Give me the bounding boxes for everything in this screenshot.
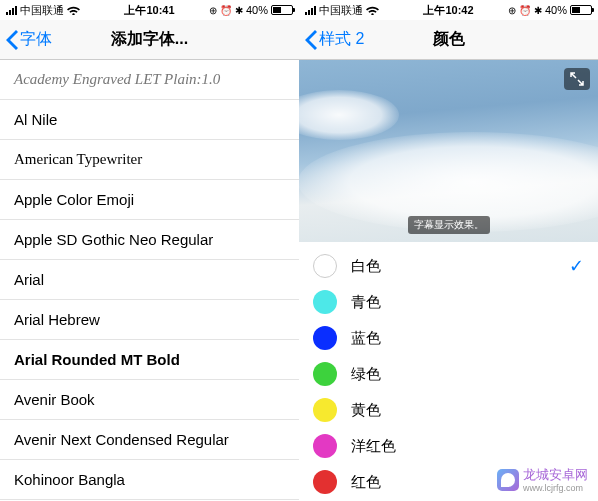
swatch-icon (313, 326, 337, 350)
color-label: 黄色 (351, 401, 381, 420)
color-item-yellow[interactable]: 黄色 (299, 392, 598, 428)
signal-icon (305, 6, 316, 15)
color-list[interactable]: 白色 ✓ 青色 蓝色 绿色 黄色 洋红色 红色 (299, 242, 598, 501)
font-item[interactable]: American Typewriter (0, 140, 299, 180)
subtitle-sample: 字幕显示效果。 (408, 216, 490, 234)
swatch-icon (313, 398, 337, 422)
font-item[interactable]: Arial Rounded MT Bold (0, 340, 299, 380)
swatch-icon (313, 254, 337, 278)
font-picker-screen: 中国联通 上午10:41 ⊕ ⏰ ✱ 40% 字体 添加字体... Academ… (0, 0, 299, 501)
font-item[interactable]: Al Nile (0, 100, 299, 140)
battery-icon (570, 5, 592, 15)
watermark-url: www.lcjrfg.com (523, 484, 588, 493)
font-item[interactable]: Academy Engraved LET Plain:1.0 (0, 60, 299, 100)
color-item-cyan[interactable]: 青色 (299, 284, 598, 320)
color-label: 绿色 (351, 365, 381, 384)
wifi-icon (366, 5, 379, 15)
status-indicators: ⊕ ⏰ ✱ (508, 5, 542, 16)
color-item-green[interactable]: 绿色 (299, 356, 598, 392)
color-item-white[interactable]: 白色 ✓ (299, 248, 598, 284)
expand-button[interactable] (564, 68, 590, 90)
watermark-text: 龙城安卓网 (523, 467, 588, 482)
nav-title: 颜色 (433, 29, 465, 50)
font-item[interactable]: Avenir Next Condensed Regular (0, 420, 299, 460)
carrier-label: 中国联通 (20, 3, 64, 18)
chevron-left-icon (305, 30, 317, 50)
font-item[interactable]: Apple Color Emoji (0, 180, 299, 220)
color-item-blue[interactable]: 蓝色 (299, 320, 598, 356)
color-label: 红色 (351, 473, 381, 492)
color-label: 蓝色 (351, 329, 381, 348)
carrier-label: 中国联通 (319, 3, 363, 18)
font-item[interactable]: Avenir Book (0, 380, 299, 420)
checkmark-icon: ✓ (569, 255, 584, 277)
watermark: 龙城安卓网 www.lcjrfg.com (493, 464, 592, 495)
back-button[interactable]: 样式 2 (305, 29, 364, 50)
back-button[interactable]: 字体 (6, 29, 52, 50)
color-label: 白色 (351, 257, 381, 276)
font-item[interactable]: Kohinoor Bangla (0, 460, 299, 500)
font-item[interactable]: Arial Hebrew (0, 300, 299, 340)
color-label: 青色 (351, 293, 381, 312)
battery-percent: 40% (545, 4, 567, 16)
nav-bar: 样式 2 颜色 (299, 20, 598, 60)
battery-icon (271, 5, 293, 15)
swatch-icon (313, 362, 337, 386)
battery-percent: 40% (246, 4, 268, 16)
nav-bar: 字体 添加字体... (0, 20, 299, 60)
nav-title: 添加字体... (111, 29, 188, 50)
status-bar: 中国联通 上午10:42 ⊕ ⏰ ✱ 40% (299, 0, 598, 20)
status-time: 上午10:42 (423, 3, 473, 18)
color-picker-screen: 中国联通 上午10:42 ⊕ ⏰ ✱ 40% 样式 2 颜色 字幕显示效果。 白… (299, 0, 598, 501)
font-item[interactable]: Apple SD Gothic Neo Regular (0, 220, 299, 260)
font-item[interactable]: Arial (0, 260, 299, 300)
swatch-icon (313, 290, 337, 314)
wifi-icon (67, 5, 80, 15)
back-label: 样式 2 (319, 29, 364, 50)
watermark-logo-icon (497, 469, 519, 491)
color-item-magenta[interactable]: 洋红色 (299, 428, 598, 464)
back-label: 字体 (20, 29, 52, 50)
status-indicators: ⊕ ⏰ ✱ (209, 5, 243, 16)
expand-icon (570, 72, 584, 86)
swatch-icon (313, 470, 337, 494)
subtitle-preview: 字幕显示效果。 (299, 60, 598, 242)
signal-icon (6, 6, 17, 15)
status-time: 上午10:41 (124, 3, 174, 18)
swatch-icon (313, 434, 337, 458)
status-bar: 中国联通 上午10:41 ⊕ ⏰ ✱ 40% (0, 0, 299, 20)
color-label: 洋红色 (351, 437, 396, 456)
font-list[interactable]: Academy Engraved LET Plain:1.0 Al Nile A… (0, 60, 299, 501)
chevron-left-icon (6, 30, 18, 50)
